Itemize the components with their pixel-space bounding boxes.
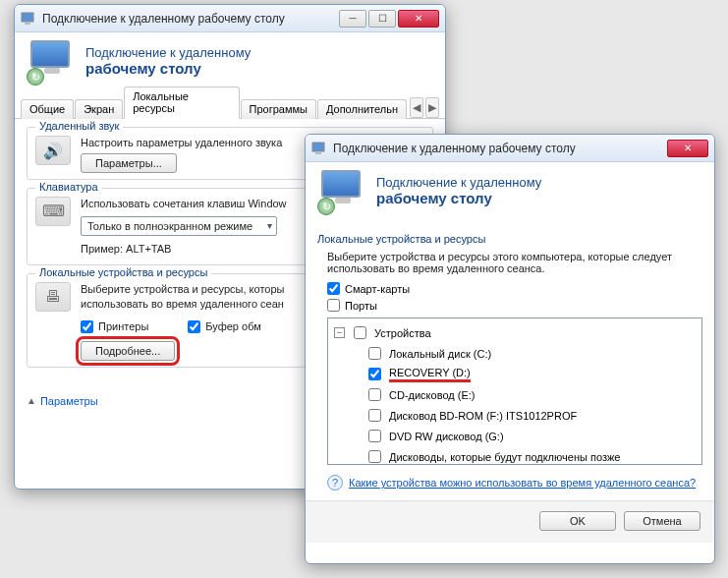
tab-programs[interactable]: Программы [241, 99, 316, 119]
minimize-button[interactable]: ─ [339, 10, 366, 28]
svg-rect-1 [25, 23, 30, 25]
keyboard-mode-dropdown[interactable]: Только в полноэкранном режиме [81, 216, 277, 237]
tree-item-checkbox[interactable] [368, 347, 381, 360]
close-button[interactable]: ✕ [398, 10, 439, 28]
close-button[interactable]: ✕ [667, 140, 708, 157]
smartcards-label: Смарт-карты [345, 283, 410, 295]
printers-checkbox[interactable]: Принтеры [81, 319, 148, 334]
smartcards-checkbox[interactable]: Смарт-карты [317, 282, 702, 295]
titlebar[interactable]: Подключение к удаленному рабочему столу … [15, 5, 445, 32]
app-icon [21, 11, 36, 27]
tree-item-label: Локальный диск (C:) [389, 348, 491, 360]
tab-scroll-right[interactable]: ▶ [425, 97, 439, 118]
printers-checkbox-input[interactable] [81, 320, 93, 333]
help-link[interactable]: Какие устройства можно использовать во в… [349, 477, 696, 489]
header-line1: Подключение к удаленному [85, 45, 251, 60]
ports-checkbox-input[interactable] [327, 299, 340, 312]
maximize-button[interactable]: ☐ [368, 10, 396, 28]
rdc-logo-icon: ↻ [319, 170, 366, 211]
tab-general[interactable]: Общие [21, 99, 74, 119]
options-label: Параметры [40, 395, 98, 407]
tree-item-label: CD-дисковод (E:) [389, 389, 475, 401]
devices-tree[interactable]: − Устройства Локальный диск (C:) RECOVER… [327, 318, 702, 465]
tree-item[interactable]: Дисковод BD-ROM (F:) ITS1012PROF [334, 405, 696, 426]
audio-settings-button[interactable]: Параметры... [81, 153, 177, 173]
tree-item-checkbox[interactable] [368, 450, 381, 463]
window-title: Подключение к удаленному рабочему столу [42, 12, 285, 26]
svg-rect-3 [315, 152, 321, 154]
window-title: Подключение к удаленному рабочему столу [333, 142, 576, 155]
dialog-header: ↻ Подключение к удаленному рабочему стол… [306, 162, 714, 221]
tabstrip: Общие Экран Локальные ресурсы Программы … [15, 95, 445, 119]
speaker-icon: 🔊 [35, 136, 71, 165]
tree-root-label: Устройства [374, 327, 431, 339]
svg-rect-0 [22, 13, 33, 22]
smartcards-checkbox-input[interactable] [327, 282, 340, 295]
collapse-icon[interactable]: − [334, 327, 345, 338]
group-legend: Удаленный звук [35, 120, 123, 132]
header-line1: Подключение к удаленному [376, 175, 541, 190]
tree-item[interactable]: DVD RW дисковод (G:) [334, 426, 696, 446]
tree-item[interactable]: Локальный диск (C:) [334, 343, 696, 364]
tree-item[interactable]: Дисководы, которые будут подключены позж… [334, 446, 696, 465]
tree-item-recovery[interactable]: RECOVERY (D:) [334, 364, 696, 384]
svg-rect-2 [312, 143, 324, 151]
ports-label: Порты [345, 300, 377, 312]
clipboard-checkbox-input[interactable] [188, 320, 200, 333]
printers-label: Принтеры [98, 319, 148, 334]
ok-button[interactable]: OK [539, 511, 616, 531]
titlebar[interactable]: Подключение к удаленному рабочему столу … [306, 135, 714, 162]
tree-item-checkbox[interactable] [368, 368, 381, 380]
clipboard-checkbox[interactable]: Буфер обм [188, 319, 260, 334]
chevron-up-icon: ▲ [27, 395, 36, 406]
devices-icon: 🖶 [35, 282, 71, 312]
tree-root[interactable]: − Устройства [334, 322, 696, 343]
header-line2: рабочему столу [85, 60, 251, 77]
group-legend: Локальные устройства и ресурсы [35, 266, 211, 278]
tree-item-label: Дисковод BD-ROM (F:) ITS1012PROF [389, 410, 577, 422]
ports-checkbox[interactable]: Порты [317, 299, 702, 312]
tree-item-checkbox[interactable] [368, 388, 381, 401]
cancel-button[interactable]: Отмена [624, 511, 700, 531]
dialog-footer: OK Отмена [306, 500, 714, 543]
tree-item-checkbox[interactable] [368, 409, 381, 422]
dialog-header: ↻ Подключение к удаленному рабочему стол… [15, 32, 445, 91]
group-legend: Клавиатура [35, 181, 102, 193]
section-hint: Выберите устройства и ресурсы этого комп… [317, 251, 702, 274]
help-icon: ? [327, 475, 343, 491]
tab-scroll-left[interactable]: ◀ [410, 97, 423, 118]
tree-item[interactable]: CD-дисковод (E:) [334, 384, 696, 405]
options-toggle[interactable]: ▲ Параметры [27, 395, 98, 407]
tree-item-label: Дисководы, которые будут подключены позж… [389, 451, 620, 463]
section-label: Локальные устройства и ресурсы [317, 233, 702, 245]
more-button[interactable]: Подробнее... [81, 341, 175, 361]
tree-item-checkbox[interactable] [368, 430, 381, 442]
tab-local-resources[interactable]: Локальные ресурсы [124, 87, 239, 119]
app-icon [311, 141, 327, 156]
tree-item-label: DVD RW дисковод (G:) [389, 431, 504, 442]
tree-item-label: RECOVERY (D:) [389, 367, 471, 382]
clipboard-label: Буфер обм [205, 319, 260, 334]
keyboard-icon: ⌨ [35, 197, 71, 226]
rdc-logo-icon: ↻ [28, 40, 76, 82]
header-line2: рабочему столу [376, 190, 541, 206]
rdc-devices-dialog: Подключение к удаленному рабочему столу … [305, 134, 715, 564]
tab-advanced[interactable]: Дополнительн [317, 99, 407, 119]
tree-root-checkbox[interactable] [354, 326, 366, 339]
tab-display[interactable]: Экран [75, 99, 123, 119]
